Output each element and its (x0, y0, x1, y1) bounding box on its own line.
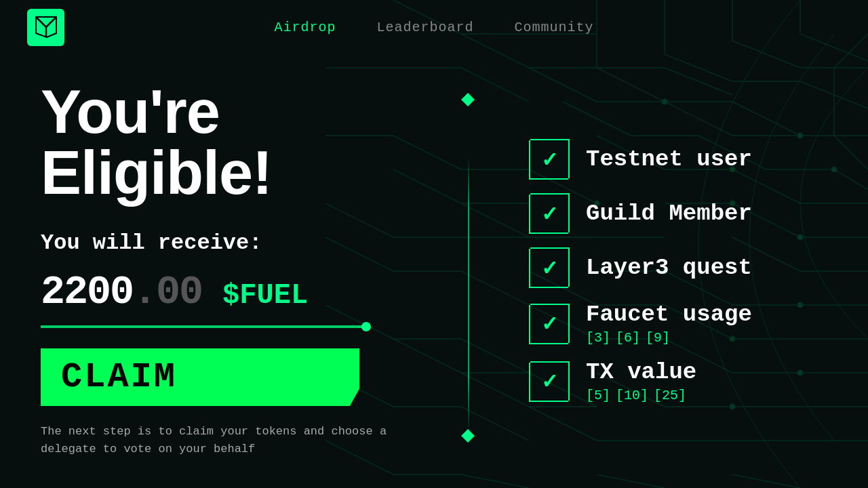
txvalue-tag-1: [10] (616, 388, 648, 403)
left-section: You're Eligible! You will receive: 2200.… (0, 54, 475, 488)
txvalue-tags: [5] [10] [25] (586, 388, 696, 403)
amount-row: 2200.00 $FUEL (41, 269, 434, 315)
eligibility-item-guild: ✓ Guild Member (529, 193, 827, 234)
check-icon-testnet: ✓ (541, 148, 558, 171)
faucet-tags: [3] [6] [9] (586, 330, 752, 346)
claim-button-label: CLAIM (61, 357, 177, 397)
eligibility-item-faucet: ✓ Faucet usage [3] [6] [9] (529, 302, 827, 346)
eligible-title: You're Eligible! (41, 81, 434, 203)
item-label-testnet: Testnet user (586, 146, 752, 172)
check-icon-txvalue: ✓ (541, 369, 558, 393)
main-content: You're Eligible! You will receive: 2200.… (0, 54, 868, 488)
item-content-layer3: Layer3 quest (586, 255, 752, 281)
check-icon-guild: ✓ (541, 202, 558, 226)
nav-item-leaderboard[interactable]: Leaderboard (376, 20, 473, 35)
slider[interactable] (41, 325, 366, 328)
item-content-guild: Guild Member (586, 201, 752, 226)
txvalue-tag-0: [5] (586, 388, 610, 403)
faucet-tag-0: [3] (586, 330, 610, 346)
item-label-guild: Guild Member (586, 201, 752, 226)
eligibility-item-txvalue: ✓ TX value [5] [10] [25] (529, 359, 827, 403)
check-box-guild: ✓ (529, 193, 570, 234)
slider-dot (361, 322, 371, 331)
amount-value: 2200.00 (41, 269, 202, 315)
check-icon-faucet: ✓ (541, 312, 558, 336)
check-box-testnet: ✓ (529, 139, 570, 180)
item-label-txvalue: TX value (586, 359, 696, 385)
right-section: ✓ Testnet user ✓ Guild Member ✓ Layer3 q… (475, 54, 868, 488)
amount-decimal: .00 (133, 269, 202, 315)
check-box-layer3: ✓ (529, 247, 570, 288)
receive-label: You will receive: (41, 230, 434, 256)
check-box-txvalue: ✓ (529, 361, 570, 402)
nav: Airdrop Leaderboard Community (274, 20, 593, 35)
check-icon-layer3: ✓ (541, 256, 558, 280)
txvalue-tag-2: [25] (654, 388, 686, 403)
logo[interactable] (27, 9, 64, 46)
faucet-tag-2: [9] (646, 330, 670, 346)
nav-item-airdrop[interactable]: Airdrop (274, 20, 336, 35)
item-content-faucet: Faucet usage [3] [6] [9] (586, 302, 752, 346)
token-label: $FUEL (222, 279, 308, 312)
item-label-faucet: Faucet usage (586, 302, 752, 327)
logo-icon (33, 14, 59, 40)
amount-integer: 2200 (41, 269, 133, 315)
check-box-faucet: ✓ (529, 304, 570, 344)
claim-button[interactable]: CLAIM (41, 348, 359, 406)
item-label-layer3: Layer3 quest (586, 255, 752, 281)
eligibility-item-testnet: ✓ Testnet user (529, 139, 827, 180)
item-content-testnet: Testnet user (586, 146, 752, 172)
eligibility-item-layer3: ✓ Layer3 quest (529, 247, 827, 288)
claim-description: The next step is to claim your tokens an… (41, 423, 400, 458)
nav-item-community[interactable]: Community (515, 20, 594, 35)
item-content-txvalue: TX value [5] [10] [25] (586, 359, 696, 403)
faucet-tag-1: [6] (616, 330, 640, 346)
header: Airdrop Leaderboard Community (0, 0, 868, 54)
